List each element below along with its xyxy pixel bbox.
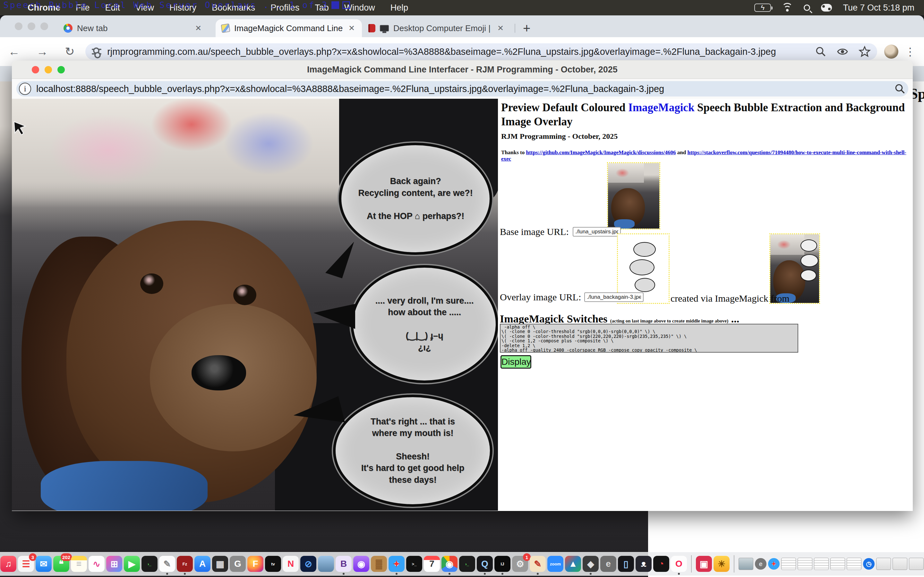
display-button[interactable]: Display (501, 355, 531, 369)
news-icon[interactable]: N (283, 556, 299, 572)
photos-red-app-icon[interactable]: ▣ (696, 556, 712, 572)
firefox-icon[interactable]: F (247, 556, 263, 572)
exec-terminal-icon[interactable]: ›_ (142, 556, 158, 572)
min-window-text-2-icon[interactable] (798, 558, 813, 570)
popup-content-pane: Preview Default Coloured ImageMagick Spe… (498, 99, 913, 511)
intellij-icon[interactable]: IJ (494, 556, 510, 572)
spotlight-search-icon[interactable] (804, 5, 810, 11)
running-indicator-dot (537, 573, 539, 575)
zoom-icon[interactable]: zoom (548, 556, 564, 572)
url-text[interactable]: rjmprogramming.com.au/speech_bubble_over… (107, 47, 805, 57)
browser-menu-icon[interactable]: ⋮ (905, 45, 916, 58)
wave-app-icon[interactable]: ∿ (89, 556, 105, 572)
min-window-photo-icon[interactable] (738, 558, 753, 570)
calendar-icon[interactable]: 7 (424, 556, 440, 572)
tab-close-icon[interactable]: ✕ (347, 24, 356, 33)
profile-avatar[interactable] (884, 45, 898, 59)
menu-item-help[interactable]: Help (383, 3, 416, 13)
music-icon[interactable]: ♫ (0, 556, 16, 572)
quicktime-icon[interactable]: Q (477, 556, 493, 572)
min-window-text-1-icon[interactable] (781, 558, 796, 570)
min-window-text-3-icon[interactable] (814, 558, 829, 570)
overlay-image-url-input[interactable] (584, 292, 644, 302)
inkscape-icon[interactable]: ◆ (583, 556, 599, 572)
min-window-chrome-3-icon[interactable] (909, 558, 924, 570)
tan-app-icon[interactable]: ▓ (371, 556, 387, 572)
bookmark-star-icon[interactable] (859, 45, 871, 58)
tab-imagemagick-active[interactable]: ImageMagick Command Line ✕ (216, 19, 362, 37)
popup-zoom-button[interactable] (57, 66, 65, 73)
control-center-icon[interactable] (821, 4, 832, 11)
speedometer-app-icon[interactable]: ◔ (653, 556, 669, 572)
min-safari-icon[interactable]: ✦ (768, 558, 780, 570)
tab-new-tab[interactable]: New tab ✕ (58, 19, 208, 37)
min-window-text-5-icon[interactable] (846, 558, 861, 570)
iphone-mirroring-icon[interactable]: ▯ (618, 556, 634, 572)
popup-search-icon[interactable] (894, 83, 906, 95)
notification-badge: 202 (61, 553, 72, 561)
base-image-url-label: Base image URL: (500, 226, 569, 237)
forward-button[interactable]: → (28, 45, 57, 58)
info-icon[interactable]: i (19, 83, 31, 95)
gimp-icon[interactable]: G (230, 556, 246, 572)
popup-url-text[interactable]: localhost:8888/speech_bubble_overlays.ph… (36, 84, 894, 94)
messages-icon[interactable]: ❝202 (53, 556, 69, 572)
site-settings-tune-icon[interactable] (92, 47, 102, 56)
github-discussion-link[interactable]: https://github.com/ImageMagick/ImageMagi… (526, 149, 676, 155)
keypad-app-icon[interactable]: ▦ (212, 556, 228, 572)
paint-app-icon[interactable]: ✎ (530, 556, 546, 572)
reload-button[interactable]: ↻ (57, 45, 83, 58)
app-store-icon[interactable]: A (194, 556, 210, 572)
tab-close-icon[interactable]: ✕ (194, 24, 203, 33)
tab-desktop-emoji[interactable]: Desktop Computer Emoji | ✕ (363, 19, 511, 37)
wifi-icon[interactable] (782, 3, 793, 12)
imagemagick-switches-heading: ImageMagick Switches (acting on last ima… (500, 313, 739, 325)
new-tab-button[interactable]: + (523, 21, 530, 35)
notes-icon[interactable]: ≡ (71, 556, 87, 572)
prism-app-icon[interactable]: ▲ (565, 556, 581, 572)
textedit-icon[interactable]: ✎ (159, 556, 175, 572)
zoom-magnifier-icon[interactable] (815, 46, 827, 57)
mamp-icon[interactable]: e (600, 556, 616, 572)
screen-annotation-overlay: Speech Bubble Local Web Server Overlays … (3, 0, 350, 10)
bbedit-icon[interactable]: B (336, 556, 352, 572)
blocked-app-icon[interactable]: ⊘ (300, 556, 317, 572)
gear-app-icon[interactable]: ⚙1 (512, 556, 528, 572)
min-window-chrome-2-icon[interactable] (893, 558, 907, 570)
menu-bar-clock[interactable]: Tue 7 Oct 5:18 pm (843, 3, 914, 13)
safari-icon[interactable]: ✦ (389, 556, 405, 572)
launchpad-icon[interactable]: ⊞ (106, 556, 122, 572)
address-bar[interactable]: rjmprogramming.com.au/speech_bubble_over… (86, 43, 877, 60)
popup-url-row: i localhost:8888/speech_bubble_overlays.… (12, 79, 913, 99)
chrome-icon[interactable]: ◉ (441, 556, 457, 572)
exec-terminal-2-icon[interactable]: ›_ (459, 556, 475, 572)
filezilla-icon[interactable]: Fz (177, 556, 193, 572)
photos-window-app-icon[interactable] (318, 556, 334, 572)
window-close-button[interactable] (15, 23, 23, 30)
popup-minimize-button[interactable] (45, 66, 52, 73)
apple-tv-icon[interactable]: tv (265, 556, 281, 572)
mail-icon[interactable]: ✉ (36, 556, 52, 572)
reminders-icon[interactable]: ☰3 (18, 556, 34, 572)
min-mamp-icon[interactable]: e (755, 558, 766, 570)
opera-icon[interactable]: O (671, 556, 687, 572)
lightbulb-app-icon[interactable]: ☀ (714, 556, 730, 572)
terminal-icon[interactable]: >_ (406, 556, 422, 572)
tab-close-icon[interactable]: ✕ (496, 24, 505, 33)
podcasts-icon[interactable]: ◉ (353, 556, 369, 572)
base-image-url-input[interactable] (573, 227, 621, 237)
popup-title-bar[interactable]: ImageMagick Command Line Interfacer - RJ… (12, 61, 913, 79)
popup-close-button[interactable] (32, 66, 39, 73)
window-minimize-button[interactable] (27, 23, 35, 30)
imagemagick-switches-textarea[interactable]: -alpha off \ \( -clone 0 -color-threshol… (500, 324, 798, 353)
window-zoom-button[interactable] (40, 23, 48, 30)
min-window-text-4-icon[interactable] (830, 558, 845, 570)
min-window-chrome-1-icon[interactable] (876, 558, 891, 570)
facetime-icon[interactable]: ▶ (124, 556, 140, 572)
back-button[interactable]: ← (0, 45, 28, 58)
popup-address-bar[interactable]: i localhost:8888/speech_bubble_overlays.… (16, 81, 908, 97)
min-clock-icon[interactable]: ◷ (863, 558, 875, 570)
panda-app-icon[interactable]: ᴥ (636, 556, 652, 572)
imagemagick-link[interactable]: ImageMagick (628, 101, 694, 114)
preview-eye-icon[interactable] (836, 46, 849, 57)
